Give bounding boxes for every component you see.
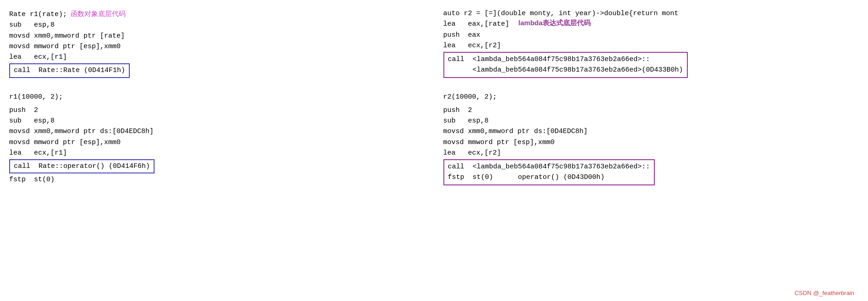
right-call-r2-line1: call <lambda_beb564a084f75c98b17a3763eb2… — [448, 162, 650, 172]
left-line-push2: push 2 — [9, 105, 425, 116]
left-line-4: movsd mmword ptr [esp],xmm0 — [9, 41, 425, 52]
left-line-2: sub esp,8 — [9, 20, 425, 30]
left-line-5: lea ecx,[r1] — [9, 52, 425, 62]
right-lea-ecx-r2: lea ecx,[r2] — [443, 148, 859, 158]
left-call-text-1: call Rate::Rate (0D414F1h) — [14, 67, 125, 74]
right-movsd3: movsd xmm0,mmword ptr ds:[0D4EDC8h] — [443, 126, 859, 137]
left-comment-1: 函数对象底层代码 — [67, 10, 126, 17]
right-call-r2-line2: fstp st(0) operator() (0D43D00h) — [448, 172, 650, 183]
left-fstp: fstp st(0) — [9, 174, 425, 185]
left-line-3: movsd xmm0,mmword ptr [rate] — [9, 31, 425, 41]
right-line-lea-ecx: lea ecx,[r2] — [443, 40, 509, 51]
right-call-box-lambda: call <lambda_beb564a084f75c98b17a3763eb2… — [443, 52, 688, 78]
left-panel: Rate r1(rate); 函数对象底层代码 sub esp,8 movsd … — [9, 5, 425, 286]
left-line-movsd4: movsd mmword ptr [esp],xmm0 — [9, 137, 425, 148]
right-line-push-eax: push eax — [443, 30, 509, 40]
right-line-auto: auto r2 = [=](double monty, int year)->d… — [443, 8, 679, 19]
left-call-box-2: call Rate::operator() (0D414F6h) — [9, 159, 155, 173]
left-call-box-1: call Rate::Rate (0D414F1h) — [9, 63, 130, 78]
right-line-lea-eax: lea eax,[rate] — [443, 19, 509, 29]
right-lambda-comment: lambda表达式底层代码 — [519, 19, 591, 28]
right-movsd4: movsd mmword ptr [esp],xmm0 — [443, 137, 859, 148]
right-panel: auto r2 = [=](double monty, int year)->d… — [443, 5, 859, 286]
footer-credit: CSDN @_featherbrain — [9, 290, 859, 296]
right-line-r2-call: r2(10000, 2); — [443, 92, 859, 102]
right-push2: push 2 — [443, 105, 859, 116]
left-call-text-2: call Rate::operator() (0D414F6h) — [14, 162, 150, 170]
left-code-rate-r1: Rate r1(rate); — [9, 11, 67, 18]
left-line-1: Rate r1(rate); 函数对象底层代码 — [9, 8, 425, 20]
right-sub2: sub esp,8 — [443, 116, 859, 126]
right-call-box-r2: call <lambda_beb564a084f75c98b17a3763eb2… — [443, 159, 655, 185]
left-line-movsd3: movsd xmm0,mmword ptr ds:[0D4EDC8h] — [9, 126, 425, 137]
left-line-lea2: lea ecx,[r1] — [9, 148, 425, 158]
right-call-lambda-1: call <lambda_beb564a084f75c98b17a3763eb2… — [448, 54, 683, 65]
left-line-sub2: sub esp,8 — [9, 116, 425, 126]
left-line-r1-call: r1(10000, 2); — [9, 92, 425, 102]
right-call-lambda-2: <lambda_beb564a084f75c98b17a3763eb2a66ed… — [448, 65, 683, 75]
